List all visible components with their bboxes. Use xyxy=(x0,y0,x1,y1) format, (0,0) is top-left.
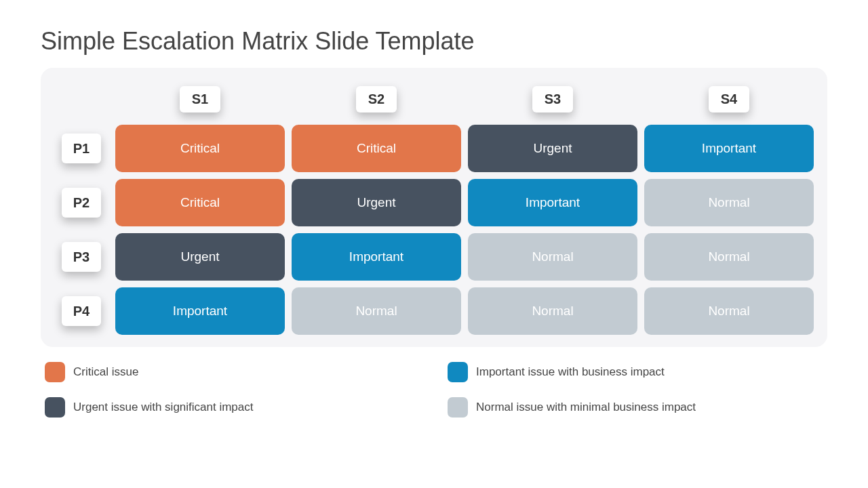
cell-p4-s1: Important xyxy=(115,287,285,335)
cell-p2-s2: Urgent xyxy=(292,179,461,226)
swatch-normal-icon xyxy=(448,397,468,418)
cell-p1-s4: Important xyxy=(644,125,814,172)
col-header-wrap: S3 xyxy=(468,80,637,118)
escalation-matrix: S1 S2 S3 S4 P1 Critical Critical Urgent … xyxy=(54,80,814,335)
cell-p1-s2: Critical xyxy=(292,125,461,172)
legend-label: Critical issue xyxy=(73,365,138,379)
col-header-s1: S1 xyxy=(180,86,220,113)
cell-p2-s3: Important xyxy=(468,179,637,226)
cell-p1-s1: Critical xyxy=(115,125,285,172)
row-header-wrap: P3 xyxy=(54,233,108,281)
col-header-s2: S2 xyxy=(356,86,397,113)
swatch-important-icon xyxy=(448,362,468,382)
cell-p1-s3: Urgent xyxy=(468,125,637,172)
row-header-p3: P3 xyxy=(62,242,101,272)
swatch-urgent-icon xyxy=(45,397,65,418)
legend-item-normal: Normal issue with minimal business impac… xyxy=(448,397,823,418)
col-header-wrap: S4 xyxy=(644,80,814,118)
row-header-wrap: P1 xyxy=(54,125,108,172)
matrix-panel: S1 S2 S3 S4 P1 Critical Critical Urgent … xyxy=(41,68,827,347)
row-header-wrap: P2 xyxy=(54,179,108,226)
cell-p3-s2: Important xyxy=(292,233,461,281)
cell-p3-s1: Urgent xyxy=(115,233,285,281)
row-header-p2: P2 xyxy=(62,188,101,218)
cell-p4-s3: Normal xyxy=(468,287,637,335)
row-header-p4: P4 xyxy=(62,296,101,326)
cell-p2-s4: Normal xyxy=(644,179,814,226)
legend: Critical issue Important issue with busi… xyxy=(41,362,827,418)
swatch-critical-icon xyxy=(45,362,65,382)
cell-p2-s1: Critical xyxy=(115,179,285,226)
col-header-wrap: S2 xyxy=(292,80,461,118)
row-header-wrap: P4 xyxy=(54,287,108,335)
col-header-s3: S3 xyxy=(532,86,573,113)
legend-item-important: Important issue with business impact xyxy=(448,362,823,382)
slide-title: Simple Escalation Matrix Slide Template xyxy=(41,27,827,56)
col-header-s4: S4 xyxy=(709,86,749,113)
legend-label: Urgent issue with significant impact xyxy=(73,401,254,414)
legend-item-urgent: Urgent issue with significant impact xyxy=(45,397,420,418)
cell-p3-s3: Normal xyxy=(468,233,637,281)
cell-p4-s4: Normal xyxy=(644,287,814,335)
cell-p3-s4: Normal xyxy=(644,233,814,281)
col-header-wrap: S1 xyxy=(115,80,285,118)
legend-item-critical: Critical issue xyxy=(45,362,420,382)
legend-label: Normal issue with minimal business impac… xyxy=(476,401,696,414)
cell-p4-s2: Normal xyxy=(292,287,461,335)
row-header-p1: P1 xyxy=(62,134,101,163)
legend-label: Important issue with business impact xyxy=(476,365,665,379)
